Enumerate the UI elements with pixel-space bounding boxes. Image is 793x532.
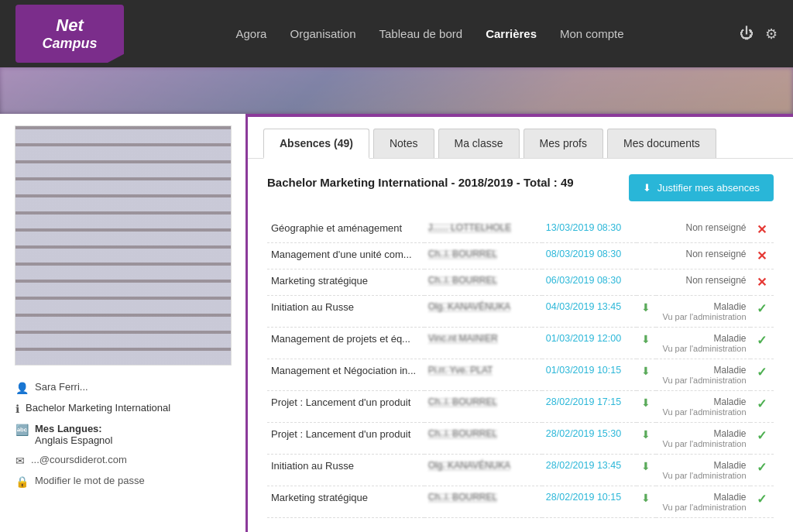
reject-icon[interactable]: ✕	[757, 249, 767, 263]
download-cell[interactable]: ⬇	[637, 296, 656, 328]
accept-icon[interactable]: ✓	[757, 461, 767, 474]
status-text: Maladie	[660, 428, 747, 439]
action-cell[interactable]: ✕	[750, 243, 774, 269]
action-cell[interactable]: ✓	[750, 391, 774, 423]
settings-icon[interactable]: ⚙	[765, 26, 778, 43]
content-area: Bachelor Marketing International - 2018/…	[248, 159, 793, 532]
justify-btn-label: Justifier mes absences	[657, 182, 760, 194]
teacher-cell: Olg. KANAVÉNUKA	[424, 296, 542, 328]
reject-icon[interactable]: ✕	[757, 276, 767, 289]
download-icon[interactable]: ⬇	[641, 333, 651, 345]
accept-icon[interactable]: ✓	[757, 366, 767, 379]
download-cell[interactable]: ⬇	[637, 423, 656, 455]
download-cell[interactable]: ⬇	[637, 486, 656, 518]
accept-icon[interactable]: ✓	[757, 302, 767, 315]
status-text: Maladie	[660, 301, 747, 312]
nav-item-tableau-de-bord[interactable]: Tableau de bord	[379, 27, 463, 40]
header: Net Campus Agora Organisation Tableau de…	[0, 0, 793, 67]
absences-table: Géographie et aménagementJ...... LOTTELH…	[267, 217, 774, 518]
action-cell[interactable]: ✓	[750, 296, 774, 328]
vu-text: Vu par l'administration	[660, 344, 747, 353]
accept-icon[interactable]: ✓	[757, 493, 767, 506]
action-cell[interactable]: ✓	[750, 486, 774, 518]
tab-ma-classe[interactable]: Ma classe	[438, 129, 520, 158]
action-cell[interactable]: ✕	[750, 269, 774, 296]
vu-text: Vu par l'administration	[660, 439, 747, 448]
download-icon[interactable]: ⬇	[641, 365, 651, 377]
accept-icon[interactable]: ✓	[757, 429, 767, 442]
table-row: Management et Négociation in...Pi.rr. Yv…	[267, 359, 774, 391]
course-cell: Projet : Lancement d'un produit	[267, 391, 424, 423]
teacher-cell: Ch..l. BOURREL	[424, 423, 542, 455]
status-text: Maladie	[660, 396, 747, 407]
nav-item-carrieres[interactable]: Carrières	[486, 27, 537, 40]
accept-icon[interactable]: ✓	[757, 397, 767, 410]
action-cell[interactable]: ✓	[750, 423, 774, 455]
sidebar-program-item: ℹ Bachelor Marketing International	[15, 402, 230, 415]
table-row: Management de projets et éq...Vinc.nt MA…	[267, 328, 774, 359]
download-icon[interactable]: ⬇	[641, 492, 651, 504]
download-cell[interactable]: ⬇	[637, 391, 656, 423]
content-title: Bachelor Marketing International - 2018/…	[267, 174, 574, 190]
status-cell: MaladieVu par l'administration	[656, 486, 750, 518]
teacher-cell: Olg. KANAVÉNUKA	[424, 455, 542, 486]
course-cell: Projet : Lancement d'un produit	[267, 423, 424, 455]
table-row: Marketing stratégiqueCh..l. BOURREL06/03…	[267, 269, 774, 296]
logo[interactable]: Net Campus	[15, 5, 124, 63]
change-password-link[interactable]: Modifier le mot de passe	[35, 475, 145, 486]
table-row: Projet : Lancement d'un produitCh..l. BO…	[267, 391, 774, 423]
download-icon[interactable]: ⬇	[641, 301, 651, 314]
justify-absences-button[interactable]: ⬇ Justifier mes absences	[629, 174, 774, 201]
download-icon: ⬇	[643, 182, 651, 194]
table-row: Projet : Lancement d'un produitCh..l. BO…	[267, 423, 774, 455]
date-cell: 13/03/2019 08:30	[542, 217, 637, 243]
sidebar-email-item: ✉ ...@coursdiderot.com	[15, 454, 230, 467]
logo-net-text: Net	[56, 15, 83, 36]
tab-mes-profs[interactable]: Mes profs	[524, 129, 603, 158]
download-icon[interactable]: ⬇	[641, 396, 651, 409]
download-cell[interactable]: ⬇	[637, 359, 656, 391]
teacher-cell: Ch..l. BOURREL	[424, 486, 542, 518]
tab-notes[interactable]: Notes	[373, 129, 434, 158]
vu-text: Vu par l'administration	[660, 407, 747, 417]
nav-item-agora[interactable]: Agora	[235, 27, 266, 40]
nav-item-mon-compte[interactable]: Mon compte	[560, 27, 624, 40]
table-row: Marketing stratégiqueCh..l. BOURREL28/02…	[267, 486, 774, 518]
download-cell[interactable]: ⬇	[637, 328, 656, 359]
action-cell[interactable]: ✓	[750, 328, 774, 359]
teacher-cell: Ch..l. BOURREL	[424, 269, 542, 296]
teacher-cell: J...... LOTTELHOLE	[424, 217, 542, 243]
status-text: Maladie	[660, 365, 747, 376]
accept-icon[interactable]: ✓	[757, 334, 767, 347]
download-icon[interactable]: ⬇	[641, 460, 651, 472]
download-icon[interactable]: ⬇	[641, 428, 651, 441]
status-text: Non renseigné	[660, 275, 747, 286]
nav-item-organisation[interactable]: Organisation	[290, 27, 355, 40]
course-cell: Management et Négociation in...	[267, 359, 424, 391]
hero-background	[0, 67, 793, 114]
tab-mes-documents[interactable]: Mes documents	[607, 129, 716, 158]
power-icon[interactable]: ⏻	[740, 26, 754, 43]
language-icon: 🔤	[15, 424, 29, 436]
sidebar-password-item[interactable]: 🔒 Modifier le mot de passe	[15, 475, 230, 488]
action-cell[interactable]: ✓	[750, 455, 774, 486]
sidebar-email: ...@coursdiderot.com	[31, 454, 127, 465]
download-cell[interactable]: ⬇	[637, 455, 656, 486]
action-cell[interactable]: ✓	[750, 359, 774, 391]
status-cell: MaladieVu par l'administration	[656, 391, 750, 423]
vu-text: Vu par l'administration	[660, 376, 747, 385]
table-row: Géographie et aménagementJ...... LOTTELH…	[267, 217, 774, 243]
action-cell[interactable]: ✕	[750, 217, 774, 243]
course-cell: Marketing stratégique	[267, 269, 424, 296]
download-cell	[637, 269, 656, 296]
sidebar-name-item: 👤 Sara Ferri...	[15, 381, 230, 394]
status-cell: Non renseigné	[656, 269, 750, 296]
sidebar-languages-item: 🔤 Mes Langues: Anglais Espagnol	[15, 423, 230, 446]
sidebar-username: Sara Ferri...	[35, 381, 88, 393]
reject-icon[interactable]: ✕	[757, 223, 767, 236]
status-text: Maladie	[660, 333, 747, 344]
avatar-stripes	[15, 126, 231, 365]
teacher-cell: Ch..l. BOURREL	[424, 243, 542, 269]
table-row: Initiation au RusseOlg. KANAVÉNUKA28/02/…	[267, 455, 774, 486]
tab-absences[interactable]: Absences (49)	[263, 129, 369, 159]
